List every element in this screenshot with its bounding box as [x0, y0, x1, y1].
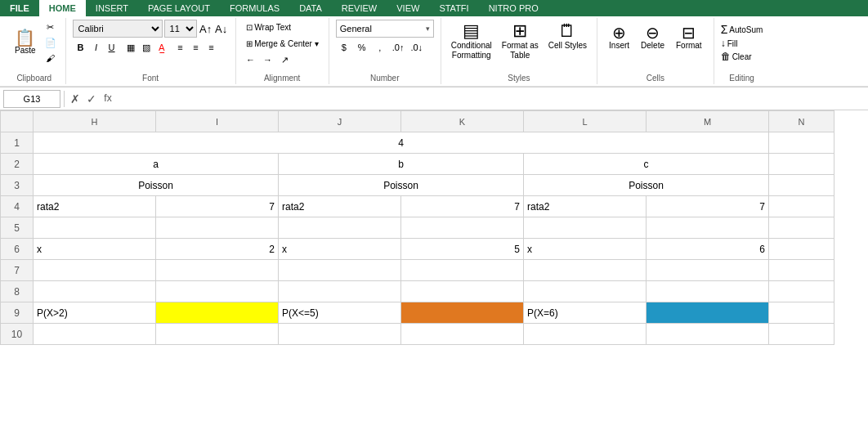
increase-font-button[interactable]: A↑	[199, 21, 213, 36]
cell-I6[interactable]: 2	[156, 239, 279, 260]
decrease-font-button[interactable]: A↓	[214, 21, 229, 36]
font-name-select[interactable]: Calibri	[73, 20, 163, 38]
cancel-formula-icon[interactable]: ✗	[68, 92, 83, 105]
align-right-button[interactable]: ≡	[204, 40, 219, 55]
copy-button[interactable]: 📄	[43, 35, 59, 50]
merge-center-button[interactable]: ⊞ Merge & Center ▾	[243, 36, 322, 51]
cell-H7[interactable]	[34, 260, 156, 281]
align-center-button[interactable]: ≡	[189, 40, 204, 55]
cell-L9[interactable]: P(X=6)	[524, 302, 647, 324]
tab-page-layout[interactable]: PAGE LAYOUT	[138, 0, 220, 16]
cell-I9[interactable]	[156, 302, 279, 324]
col-header-L[interactable]: L	[524, 111, 647, 132]
cut-button[interactable]: ✂	[43, 20, 59, 34]
cell-J5[interactable]	[279, 217, 401, 239]
col-header-K[interactable]: K	[401, 111, 524, 132]
format-painter-button[interactable]: 🖌	[43, 51, 59, 65]
cell-L6[interactable]: x	[524, 239, 647, 260]
cell-H6[interactable]: x	[34, 239, 156, 260]
row-header-4[interactable]: 4	[1, 196, 34, 217]
cell-K4[interactable]: 7	[401, 196, 524, 217]
cell-H3[interactable]: Poisson	[34, 175, 279, 196]
cell-M10[interactable]	[647, 324, 769, 345]
cell-I4[interactable]: 7	[156, 196, 279, 217]
cell-N5[interactable]	[769, 217, 834, 239]
cell-L4[interactable]: rata2	[524, 196, 647, 217]
align-left-button[interactable]: ≡	[173, 40, 188, 55]
conditional-formatting-button[interactable]: ▤ ConditionalFormatting	[448, 20, 495, 62]
cell-L3[interactable]: Poisson	[524, 175, 769, 196]
cell-M6[interactable]: 6	[647, 239, 769, 260]
cell-I5[interactable]	[156, 217, 279, 239]
delete-button[interactable]: ⊖ Delete	[636, 23, 669, 52]
spreadsheet-container[interactable]: H I J K L M N 1 4 2 a b	[0, 110, 868, 345]
row-header-3[interactable]: 3	[1, 175, 34, 196]
cell-H5[interactable]	[34, 217, 156, 239]
percent-button[interactable]: %	[354, 40, 370, 55]
cell-M9[interactable]	[647, 302, 769, 324]
cell-L2[interactable]: c	[524, 154, 769, 175]
row-header-1[interactable]: 1	[1, 132, 34, 154]
cell-L5[interactable]	[524, 217, 647, 239]
accounting-button[interactable]: $	[336, 40, 352, 55]
cell-K7[interactable]	[401, 260, 524, 281]
cell-L8[interactable]	[524, 281, 647, 302]
cell-H2[interactable]: a	[34, 154, 279, 175]
bold-button[interactable]: B	[74, 40, 88, 55]
cell-H10[interactable]	[34, 324, 156, 345]
cell-H9[interactable]: P(X>2)	[34, 302, 156, 324]
tab-view[interactable]: VIEW	[387, 0, 429, 16]
cell-N6[interactable]	[769, 239, 834, 260]
cell-J8[interactable]	[279, 281, 401, 302]
cell-J2[interactable]: b	[279, 154, 524, 175]
cell-M5[interactable]	[647, 217, 769, 239]
indent-increase-button[interactable]: →	[260, 52, 276, 67]
tab-home[interactable]: HOME	[39, 0, 86, 16]
col-header-M[interactable]: M	[647, 111, 769, 132]
cell-K9[interactable]	[401, 302, 524, 324]
decimal-decrease-button[interactable]: .0↓	[408, 40, 425, 55]
tab-insert[interactable]: INSERT	[86, 0, 138, 16]
format-button[interactable]: ⊟ Format	[671, 23, 707, 52]
cell-I8[interactable]	[156, 281, 279, 302]
col-header-N[interactable]: N	[769, 111, 834, 132]
cell-H4[interactable]: rata2	[34, 196, 156, 217]
wrap-text-button[interactable]: ⊡ Wrap Text	[243, 20, 294, 34]
col-header-H[interactable]: H	[34, 111, 156, 132]
cell-I10[interactable]	[156, 324, 279, 345]
insert-button[interactable]: ⊕ Insert	[604, 23, 634, 52]
cell-K10[interactable]	[401, 324, 524, 345]
row-header-2[interactable]: 2	[1, 154, 34, 175]
confirm-formula-icon[interactable]: ✓	[84, 92, 99, 105]
italic-button[interactable]: I	[89, 40, 104, 55]
tab-formulas[interactable]: FORMULAS	[220, 0, 289, 16]
fill-color-button[interactable]: ▧	[139, 40, 154, 55]
cell-M7[interactable]	[647, 260, 769, 281]
tab-review[interactable]: REVIEW	[332, 0, 387, 16]
cell-N4[interactable]	[769, 196, 834, 217]
cell-N8[interactable]	[769, 281, 834, 302]
col-header-I[interactable]: I	[156, 111, 279, 132]
cell-M4[interactable]: 7	[647, 196, 769, 217]
number-format-select[interactable]: General ▾	[336, 20, 434, 38]
decimal-increase-button[interactable]: .0↑	[390, 40, 407, 55]
cell-H1[interactable]: 4	[34, 132, 769, 154]
paste-button[interactable]: 📋 Paste	[10, 20, 41, 65]
formula-input[interactable]	[115, 93, 865, 105]
cell-H8[interactable]	[34, 281, 156, 302]
tab-statfi[interactable]: STATFI	[429, 0, 478, 16]
comma-button[interactable]: ,	[372, 40, 388, 55]
insert-function-icon[interactable]: fx	[101, 92, 115, 105]
cell-L7[interactable]	[524, 260, 647, 281]
font-color-button[interactable]: A̲	[154, 40, 169, 55]
tab-file[interactable]: FILE	[0, 0, 39, 16]
cell-K6[interactable]: 5	[401, 239, 524, 260]
underline-button[interactable]: U	[105, 40, 119, 55]
cell-J9[interactable]: P(X<=5)	[279, 302, 401, 324]
cell-J7[interactable]	[279, 260, 401, 281]
cell-J10[interactable]	[279, 324, 401, 345]
tab-nitro-pro[interactable]: NITRO PRO	[479, 0, 548, 16]
cell-K8[interactable]	[401, 281, 524, 302]
orientation-button[interactable]: ↗	[277, 52, 293, 67]
font-size-select[interactable]: 11	[164, 20, 197, 38]
